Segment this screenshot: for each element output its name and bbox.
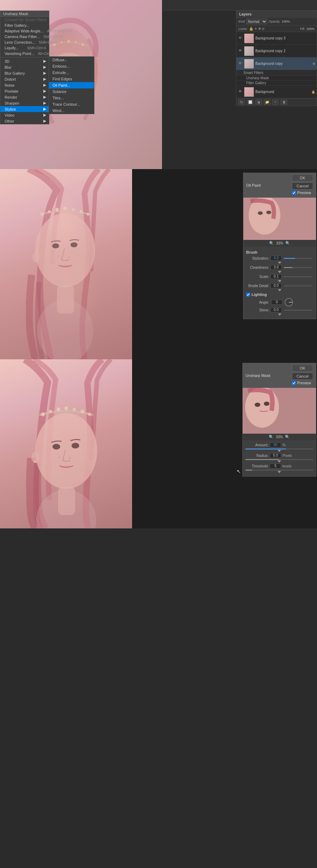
smart-filter-gallery[interactable]: Filter Gallery (236, 81, 317, 86)
radius-thumb[interactable] (278, 460, 281, 463)
svg-point-9 (81, 43, 84, 46)
amount-thumb[interactable] (278, 450, 281, 452)
menu-3d-item[interactable]: 3D▶ (0, 57, 49, 64)
svg-point-38 (81, 410, 85, 414)
menu-lens-correction[interactable]: Lens Correction...Shift+Ctrl+R (0, 39, 49, 45)
radius-value[interactable]: 5.0 (270, 453, 281, 458)
svg-point-24 (68, 256, 69, 258)
unsharp-preview-checkbox[interactable] (292, 381, 296, 385)
stylization-track[interactable] (284, 258, 312, 259)
radius-track[interactable] (245, 459, 313, 460)
unsharp-zoom-in-icon[interactable]: 🔍 (285, 435, 290, 439)
oil-ok-button[interactable]: OK (292, 174, 313, 181)
eye-icon-bg0[interactable]: 👁 (238, 89, 243, 94)
menu-blur[interactable]: Blur▶ (0, 64, 49, 70)
svg-point-39 (88, 413, 91, 416)
unsharp-ok-button[interactable]: OK (292, 365, 313, 372)
layer-group-btn[interactable]: 📁 (264, 100, 270, 105)
svg-point-18 (79, 210, 83, 213)
svg-point-33 (41, 413, 45, 416)
submenu-extrude[interactable]: Extrude... (49, 69, 94, 76)
scale-row: Scale: 0.1 (246, 274, 313, 279)
layer-mask-btn[interactable]: ⬜ (247, 100, 253, 105)
menu-other[interactable]: Other▶ (0, 118, 49, 124)
menu-vanishing-point[interactable]: Vanishing Point...Alt+Ctrl+V (0, 51, 49, 56)
menu-camera-raw[interactable]: Camera Raw Filter...Shift+Ctrl+A (0, 34, 49, 39)
submenu-find-edges[interactable]: Find Edges (49, 76, 94, 82)
filter-menu: Unsharp Mask Convert for Smart Filters F… (0, 11, 49, 124)
blend-mode-select[interactable]: Normal (246, 19, 267, 24)
threshold-thumb[interactable] (278, 471, 281, 473)
amount-track[interactable] (245, 448, 313, 450)
submenu-diffuse[interactable]: Diffuse... (49, 57, 94, 63)
menu-adaptive-wide[interactable]: Adaptive Wide Angle...Alt+Shift+Ctrl+A (0, 28, 49, 34)
menu-pixelate[interactable]: Pixelate▶ (0, 88, 49, 94)
eye-icon-bg1[interactable]: 👁 (238, 61, 243, 66)
layer-row-bg1[interactable]: 👁 Background copy ⚙ (236, 57, 317, 70)
angle-dial[interactable] (285, 298, 293, 306)
eye-icon-bg2[interactable]: 👁 (238, 49, 243, 54)
unsharp-zoom-out-icon[interactable]: 🔍 (269, 435, 274, 439)
unsharp-cancel-button[interactable]: Cancel (292, 373, 313, 380)
smart-filter-unsharp[interactable]: Unsharp Mask (236, 76, 317, 81)
layer-row-bg2[interactable]: 👁 Background copy 2 (236, 45, 317, 57)
stylization-thumb[interactable] (278, 262, 281, 264)
lighting-checkbox[interactable] (246, 293, 250, 297)
menu-sharpen[interactable]: Sharpen▶ (0, 100, 49, 106)
oil-cancel-button[interactable]: Cancel (292, 182, 313, 190)
oil-dialog-title: Oil Paint (246, 183, 261, 187)
eye-icon-bg3[interactable]: 👁 (238, 36, 243, 41)
menu-render[interactable]: Render▶ (0, 94, 49, 100)
menu-filter-gallery[interactable]: Filter Gallery... (0, 23, 49, 28)
submenu-solarize[interactable]: Solarize (49, 88, 94, 95)
bristle-value[interactable]: 0.0 (271, 283, 282, 288)
scale-value[interactable]: 0.1 (271, 274, 282, 279)
layer-adjust-btn[interactable]: ◑ (255, 100, 262, 105)
menu-distort[interactable]: Distort▶ (0, 76, 49, 82)
submenu-tiles[interactable]: Tiles... (49, 95, 94, 101)
radius-label: Radius: (245, 454, 268, 458)
shine-thumb[interactable] (278, 314, 281, 316)
bristle-track[interactable] (284, 285, 312, 286)
submenu-oil-paint[interactable]: Oil Paint... (49, 82, 94, 88)
layer-fx-btn[interactable]: fx (238, 100, 245, 105)
threshold-track[interactable] (245, 470, 313, 471)
shine-track[interactable] (284, 310, 312, 311)
angle-value[interactable]: 0 (271, 300, 282, 305)
submenu-emboss[interactable]: Emboss... (49, 63, 94, 69)
menu-stylize[interactable]: Stylize▶ (0, 106, 49, 112)
layers-bottom: fx ⬜ ◑ 📁 + 🗑 (236, 98, 317, 106)
oil-preview-thumb[interactable] (243, 198, 316, 240)
cleanliness-track[interactable] (284, 267, 312, 268)
cleanliness-value[interactable]: 3.0 (271, 265, 282, 270)
stylization-value[interactable]: 4.0 (271, 256, 282, 261)
shine-value[interactable]: 0.0 (271, 308, 282, 312)
zoom-in-icon[interactable]: 🔍 (285, 241, 290, 246)
menu-liquify[interactable]: Liquify...Shift+Ctrl+X (0, 45, 49, 51)
svg-point-42 (58, 457, 60, 458)
svg-point-19 (87, 213, 89, 216)
unsharp-preview-thumb[interactable] (243, 388, 316, 434)
unsharp-dialog-titlebar: Unsharp Mask OK Cancel Preview (243, 363, 316, 388)
amount-value[interactable]: 60 (270, 442, 281, 447)
layer-row-bg0[interactable]: 👁 Background 🔒 (236, 86, 317, 98)
oil-preview-checkbox[interactable] (292, 191, 296, 195)
layer-name-bg3: Background copy 3 (255, 36, 315, 40)
menu-noise[interactable]: Noise▶ (0, 82, 49, 88)
menu-blur-gallery[interactable]: Blur Gallery▶ (0, 70, 49, 76)
layer-delete-btn[interactable]: 🗑 (281, 100, 287, 105)
threshold-value[interactable]: 5 (270, 464, 281, 469)
menu-video[interactable]: Video▶ (0, 112, 49, 118)
submenu-wind[interactable]: Wind... (49, 107, 94, 114)
scale-thumb[interactable] (278, 280, 281, 282)
zoom-out-icon[interactable]: 🔍 (269, 241, 274, 246)
scale-track[interactable] (284, 276, 312, 277)
svg-point-25 (32, 252, 39, 262)
layer-new-btn[interactable]: + (272, 100, 279, 105)
layer-row-bg3[interactable]: 👁 Background copy 3 (236, 32, 317, 45)
bristle-thumb[interactable] (278, 289, 281, 291)
menu-convert-smart[interactable]: Convert for Smart Filters (0, 17, 49, 23)
submenu-trace-contour[interactable]: Trace Contour... (49, 101, 94, 107)
unsharp-section: Unsharp Mask OK Cancel Preview (0, 359, 317, 528)
cleanliness-thumb[interactable] (278, 271, 281, 273)
